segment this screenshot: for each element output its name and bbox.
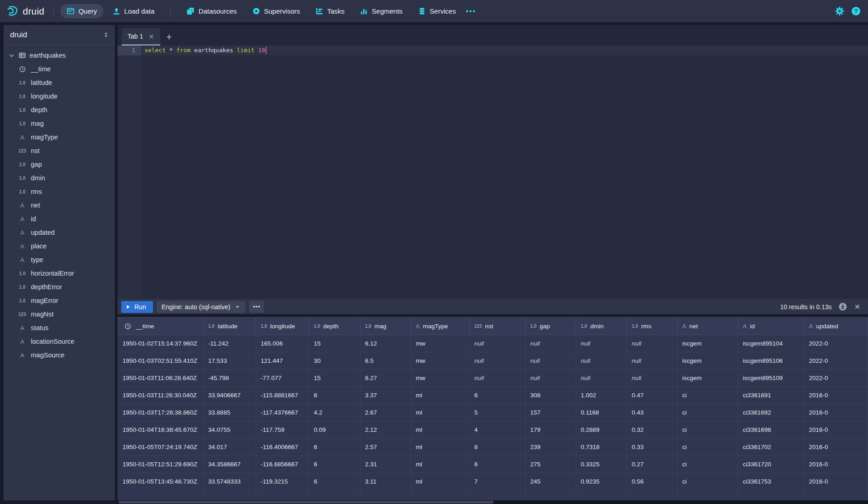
table-cell[interactable] [677, 490, 738, 501]
table-cell[interactable]: null [576, 352, 627, 370]
table-cell[interactable]: null [576, 370, 627, 387]
sidebar-item-magtype[interactable]: AmagType [4, 130, 115, 144]
table-cell[interactable]: 2.12 [360, 421, 411, 439]
table-cell[interactable]: 6 [309, 456, 360, 473]
sidebar-item-nst[interactable]: 123nst [4, 144, 115, 158]
sidebar-item-status[interactable]: Astatus [4, 321, 115, 335]
run-button[interactable]: Run [121, 301, 153, 313]
table-cell[interactable]: 6 [309, 473, 360, 490]
table-cell[interactable]: 6.12 [360, 335, 411, 352]
table-cell[interactable]: ml [411, 404, 469, 421]
table-cell[interactable]: 6 [309, 439, 360, 456]
table-cell[interactable]: 2016-0 [804, 404, 868, 421]
table-cell[interactable]: ci3361698 [738, 421, 804, 439]
table-cell[interactable]: 2022-0 [804, 335, 868, 352]
table-cell[interactable]: 0.2889 [576, 421, 627, 439]
table-cell[interactable]: 1950-01-03T17:26:38.860Z [118, 404, 204, 421]
table-cell[interactable]: 275 [525, 456, 576, 473]
table-cell[interactable]: 2016-0 [804, 439, 868, 456]
table-cell[interactable]: ml [411, 473, 469, 490]
column-header-longitude[interactable]: 1.0longitude [256, 317, 309, 335]
table-cell[interactable]: 1950-01-04T16:38:45.670Z [118, 421, 204, 439]
table-cell[interactable] [576, 490, 627, 501]
sidebar-item--time[interactable]: __time [4, 62, 115, 76]
table-cell[interactable]: ci [677, 387, 738, 404]
sidebar-item-dmin[interactable]: 1.0dmin [4, 171, 115, 185]
table-cell[interactable]: iscgem895104 [738, 335, 804, 352]
sidebar-item-magsource[interactable]: AmagSource [4, 348, 115, 362]
sidebar-item-deptherror[interactable]: 1.0depthError [4, 280, 115, 294]
table-cell[interactable]: 2016-0 [804, 387, 868, 404]
table-cell[interactable]: 3.37 [360, 387, 411, 404]
table-cell[interactable]: -115.8881667 [256, 387, 309, 404]
table-cell[interactable]: 121.447 [256, 352, 309, 370]
table-cell[interactable]: null [576, 335, 627, 352]
table-cell[interactable]: 33.9406667 [203, 387, 256, 404]
column-header-id[interactable]: Aid [738, 317, 804, 335]
table-cell[interactable] [469, 490, 525, 501]
table-cell[interactable]: ci3361691 [738, 387, 804, 404]
nav-more-button[interactable]: ••• [462, 7, 480, 15]
table-cell[interactable]: 2016-0 [804, 456, 868, 473]
table-cell[interactable] [804, 490, 868, 501]
tab-close-icon[interactable] [148, 34, 154, 40]
table-cell[interactable]: 2.31 [360, 456, 411, 473]
sort-double-caret-icon[interactable] [103, 31, 109, 38]
table-cell[interactable]: 4 [469, 421, 525, 439]
table-cell[interactable]: 34.3586667 [203, 456, 256, 473]
druid-logo[interactable]: druid [6, 5, 44, 17]
table-cell[interactable]: 33.8885 [203, 404, 256, 421]
sidebar-item-locationsource[interactable]: AlocationSource [4, 335, 115, 348]
table-cell[interactable]: ci3361720 [738, 456, 804, 473]
table-cell[interactable]: iscgem [677, 370, 738, 387]
sidebar-item-magnst[interactable]: 123magNst [4, 307, 115, 321]
nav-item-tasks[interactable]: Tasks [309, 4, 351, 18]
nav-item-query[interactable]: Query [60, 4, 104, 18]
sidebar-item-earthquakes[interactable]: earthquakes [4, 49, 115, 62]
column-header-depth[interactable]: 1.0depth [309, 317, 360, 335]
sidebar-item-net[interactable]: Anet [4, 198, 115, 212]
table-cell[interactable]: -116.4006667 [256, 439, 309, 456]
tab-query-1[interactable]: Tab 1 [122, 28, 160, 45]
table-cell[interactable]: 245 [525, 473, 576, 490]
table-cell[interactable]: -45.798 [203, 370, 256, 387]
table-cell[interactable]: 15 [309, 335, 360, 352]
nav-item-segments[interactable]: Segments [354, 4, 409, 18]
table-cell[interactable]: 34.017 [203, 439, 256, 456]
column-header-updated[interactable]: Aupdated [804, 317, 868, 335]
sidebar-item-type[interactable]: Atype [4, 253, 115, 267]
table-cell[interactable]: 34.0755 [203, 421, 256, 439]
column-header-magtype[interactable]: AmagType [411, 317, 469, 335]
table-cell[interactable]: 157 [525, 404, 576, 421]
table-cell[interactable] [309, 490, 360, 501]
table-cell[interactable]: null [525, 335, 576, 352]
sidebar-item-longitude[interactable]: 1.0longitude [4, 89, 115, 103]
table-cell[interactable]: ci3361692 [738, 404, 804, 421]
column-header-nst[interactable]: 123nst [469, 317, 525, 335]
table-cell[interactable] [203, 490, 256, 501]
table-cell[interactable] [360, 490, 411, 501]
download-icon[interactable] [838, 302, 847, 311]
column-header-rms[interactable]: 1.0rms [627, 317, 677, 335]
table-cell[interactable]: 1950-01-02T15:14:37.960Z [118, 335, 204, 352]
table-cell[interactable]: ml [411, 456, 469, 473]
table-cell[interactable]: 1950-01-05T13:45:48.730Z [118, 473, 204, 490]
table-cell[interactable]: 2.57 [360, 439, 411, 456]
table-cell[interactable]: ml [411, 387, 469, 404]
column-header-dmin[interactable]: 1.0dmin [576, 317, 627, 335]
nav-item-services[interactable]: Services [412, 4, 463, 18]
table-cell[interactable]: 1950-01-03T11:26:30.040Z [118, 387, 204, 404]
table-cell[interactable]: 1950-01-03T11:06:28.640Z [118, 370, 204, 387]
chevron-down-icon[interactable] [8, 52, 15, 59]
table-cell[interactable]: ml [411, 439, 469, 456]
sidebar-item-latitude[interactable]: 1.0latitude [4, 76, 115, 89]
sidebar-item-id[interactable]: Aid [4, 212, 115, 226]
table-cell[interactable]: 5 [469, 404, 525, 421]
table-cell[interactable]: -117.759 [256, 421, 309, 439]
table-cell[interactable]: 15 [309, 370, 360, 387]
table-cell[interactable]: 2016-0 [804, 473, 868, 490]
scrollbar-thumb[interactable] [118, 501, 493, 504]
column-header--time[interactable]: __time [118, 317, 204, 335]
sidebar-item-updated[interactable]: Aupdated [4, 226, 115, 239]
table-cell[interactable]: 2.67 [360, 404, 411, 421]
